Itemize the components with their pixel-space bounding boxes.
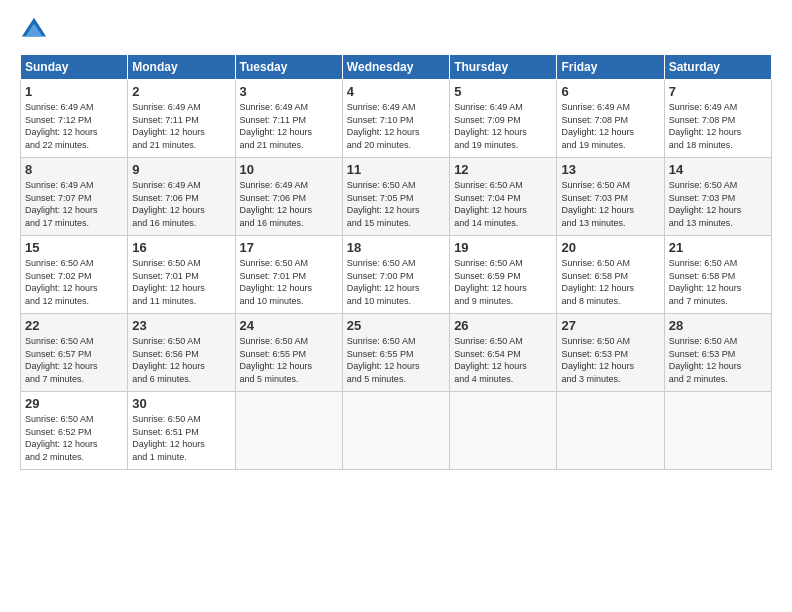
calendar-cell: 10Sunrise: 6:49 AM Sunset: 7:06 PM Dayli… (235, 158, 342, 236)
calendar-cell: 27Sunrise: 6:50 AM Sunset: 6:53 PM Dayli… (557, 314, 664, 392)
day-info: Sunrise: 6:50 AM Sunset: 7:03 PM Dayligh… (669, 179, 767, 229)
day-info: Sunrise: 6:50 AM Sunset: 7:05 PM Dayligh… (347, 179, 445, 229)
calendar-cell: 5Sunrise: 6:49 AM Sunset: 7:09 PM Daylig… (450, 80, 557, 158)
day-info: Sunrise: 6:50 AM Sunset: 7:00 PM Dayligh… (347, 257, 445, 307)
calendar-cell: 25Sunrise: 6:50 AM Sunset: 6:55 PM Dayli… (342, 314, 449, 392)
day-info: Sunrise: 6:50 AM Sunset: 6:59 PM Dayligh… (454, 257, 552, 307)
day-info: Sunrise: 6:50 AM Sunset: 6:58 PM Dayligh… (561, 257, 659, 307)
calendar-cell: 16Sunrise: 6:50 AM Sunset: 7:01 PM Dayli… (128, 236, 235, 314)
calendar-cell: 8Sunrise: 6:49 AM Sunset: 7:07 PM Daylig… (21, 158, 128, 236)
calendar-cell: 13Sunrise: 6:50 AM Sunset: 7:03 PM Dayli… (557, 158, 664, 236)
calendar-cell: 7Sunrise: 6:49 AM Sunset: 7:08 PM Daylig… (664, 80, 771, 158)
day-number: 25 (347, 318, 445, 333)
calendar-cell: 9Sunrise: 6:49 AM Sunset: 7:06 PM Daylig… (128, 158, 235, 236)
day-number: 30 (132, 396, 230, 411)
calendar-cell: 19Sunrise: 6:50 AM Sunset: 6:59 PM Dayli… (450, 236, 557, 314)
day-info: Sunrise: 6:49 AM Sunset: 7:09 PM Dayligh… (454, 101, 552, 151)
calendar-cell (450, 392, 557, 470)
day-number: 15 (25, 240, 123, 255)
day-number: 11 (347, 162, 445, 177)
calendar-cell: 21Sunrise: 6:50 AM Sunset: 6:58 PM Dayli… (664, 236, 771, 314)
weekday-header-friday: Friday (557, 55, 664, 80)
day-number: 14 (669, 162, 767, 177)
day-info: Sunrise: 6:49 AM Sunset: 7:07 PM Dayligh… (25, 179, 123, 229)
day-number: 21 (669, 240, 767, 255)
calendar-cell: 2Sunrise: 6:49 AM Sunset: 7:11 PM Daylig… (128, 80, 235, 158)
logo-icon (20, 16, 48, 44)
day-info: Sunrise: 6:50 AM Sunset: 6:56 PM Dayligh… (132, 335, 230, 385)
day-info: Sunrise: 6:49 AM Sunset: 7:10 PM Dayligh… (347, 101, 445, 151)
calendar-cell: 15Sunrise: 6:50 AM Sunset: 7:02 PM Dayli… (21, 236, 128, 314)
day-info: Sunrise: 6:49 AM Sunset: 7:08 PM Dayligh… (561, 101, 659, 151)
day-number: 2 (132, 84, 230, 99)
day-number: 17 (240, 240, 338, 255)
calendar-cell: 24Sunrise: 6:50 AM Sunset: 6:55 PM Dayli… (235, 314, 342, 392)
day-number: 18 (347, 240, 445, 255)
calendar-cell: 22Sunrise: 6:50 AM Sunset: 6:57 PM Dayli… (21, 314, 128, 392)
day-info: Sunrise: 6:50 AM Sunset: 6:57 PM Dayligh… (25, 335, 123, 385)
weekday-header-sunday: Sunday (21, 55, 128, 80)
calendar-cell: 6Sunrise: 6:49 AM Sunset: 7:08 PM Daylig… (557, 80, 664, 158)
day-info: Sunrise: 6:50 AM Sunset: 7:04 PM Dayligh… (454, 179, 552, 229)
calendar-table: SundayMondayTuesdayWednesdayThursdayFrid… (20, 54, 772, 470)
day-number: 19 (454, 240, 552, 255)
day-info: Sunrise: 6:50 AM Sunset: 6:53 PM Dayligh… (561, 335, 659, 385)
calendar-cell: 20Sunrise: 6:50 AM Sunset: 6:58 PM Dayli… (557, 236, 664, 314)
week-row-1: 8Sunrise: 6:49 AM Sunset: 7:07 PM Daylig… (21, 158, 772, 236)
day-info: Sunrise: 6:50 AM Sunset: 6:52 PM Dayligh… (25, 413, 123, 463)
calendar-cell: 18Sunrise: 6:50 AM Sunset: 7:00 PM Dayli… (342, 236, 449, 314)
day-number: 26 (454, 318, 552, 333)
day-number: 6 (561, 84, 659, 99)
day-number: 5 (454, 84, 552, 99)
day-info: Sunrise: 6:50 AM Sunset: 6:58 PM Dayligh… (669, 257, 767, 307)
weekday-header-wednesday: Wednesday (342, 55, 449, 80)
calendar-cell: 11Sunrise: 6:50 AM Sunset: 7:05 PM Dayli… (342, 158, 449, 236)
day-number: 10 (240, 162, 338, 177)
calendar-cell (235, 392, 342, 470)
weekday-header-tuesday: Tuesday (235, 55, 342, 80)
day-info: Sunrise: 6:50 AM Sunset: 7:01 PM Dayligh… (132, 257, 230, 307)
week-row-0: 1Sunrise: 6:49 AM Sunset: 7:12 PM Daylig… (21, 80, 772, 158)
weekday-header-saturday: Saturday (664, 55, 771, 80)
logo (20, 16, 52, 44)
day-number: 22 (25, 318, 123, 333)
day-number: 8 (25, 162, 123, 177)
calendar-cell: 17Sunrise: 6:50 AM Sunset: 7:01 PM Dayli… (235, 236, 342, 314)
day-info: Sunrise: 6:49 AM Sunset: 7:11 PM Dayligh… (132, 101, 230, 151)
day-number: 20 (561, 240, 659, 255)
day-number: 7 (669, 84, 767, 99)
calendar-cell: 30Sunrise: 6:50 AM Sunset: 6:51 PM Dayli… (128, 392, 235, 470)
day-number: 24 (240, 318, 338, 333)
day-number: 12 (454, 162, 552, 177)
day-info: Sunrise: 6:50 AM Sunset: 6:55 PM Dayligh… (240, 335, 338, 385)
calendar-cell (557, 392, 664, 470)
weekday-header-thursday: Thursday (450, 55, 557, 80)
day-number: 27 (561, 318, 659, 333)
calendar-cell: 4Sunrise: 6:49 AM Sunset: 7:10 PM Daylig… (342, 80, 449, 158)
day-number: 1 (25, 84, 123, 99)
calendar-cell (342, 392, 449, 470)
day-number: 29 (25, 396, 123, 411)
day-info: Sunrise: 6:49 AM Sunset: 7:12 PM Dayligh… (25, 101, 123, 151)
calendar-cell: 23Sunrise: 6:50 AM Sunset: 6:56 PM Dayli… (128, 314, 235, 392)
day-info: Sunrise: 6:50 AM Sunset: 6:51 PM Dayligh… (132, 413, 230, 463)
week-row-2: 15Sunrise: 6:50 AM Sunset: 7:02 PM Dayli… (21, 236, 772, 314)
day-info: Sunrise: 6:50 AM Sunset: 7:02 PM Dayligh… (25, 257, 123, 307)
day-info: Sunrise: 6:49 AM Sunset: 7:06 PM Dayligh… (240, 179, 338, 229)
day-info: Sunrise: 6:50 AM Sunset: 6:54 PM Dayligh… (454, 335, 552, 385)
day-number: 13 (561, 162, 659, 177)
weekday-header-monday: Monday (128, 55, 235, 80)
day-number: 16 (132, 240, 230, 255)
header (20, 16, 772, 44)
day-info: Sunrise: 6:50 AM Sunset: 7:03 PM Dayligh… (561, 179, 659, 229)
calendar-cell (664, 392, 771, 470)
day-number: 4 (347, 84, 445, 99)
calendar-cell: 1Sunrise: 6:49 AM Sunset: 7:12 PM Daylig… (21, 80, 128, 158)
weekday-header-row: SundayMondayTuesdayWednesdayThursdayFrid… (21, 55, 772, 80)
day-info: Sunrise: 6:49 AM Sunset: 7:08 PM Dayligh… (669, 101, 767, 151)
day-number: 28 (669, 318, 767, 333)
day-info: Sunrise: 6:50 AM Sunset: 7:01 PM Dayligh… (240, 257, 338, 307)
day-number: 9 (132, 162, 230, 177)
day-info: Sunrise: 6:49 AM Sunset: 7:11 PM Dayligh… (240, 101, 338, 151)
week-row-4: 29Sunrise: 6:50 AM Sunset: 6:52 PM Dayli… (21, 392, 772, 470)
